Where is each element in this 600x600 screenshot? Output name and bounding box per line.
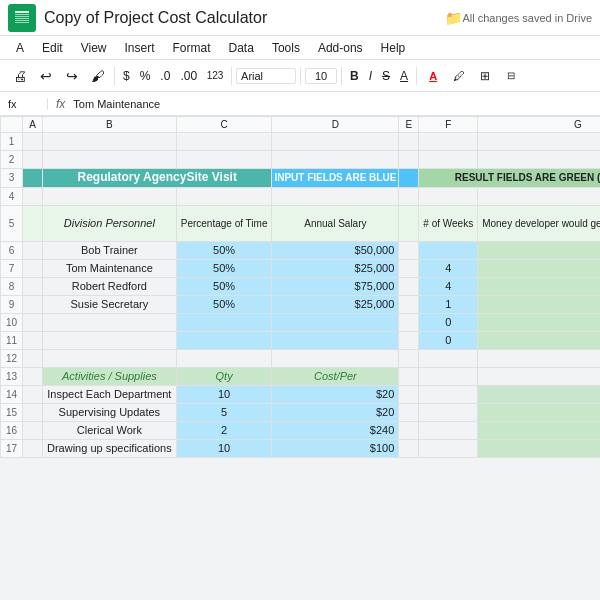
cell-g6[interactable]: $1,923 [478, 241, 600, 259]
cell-a12[interactable] [23, 349, 43, 367]
cell-f7[interactable]: 4 [419, 259, 478, 277]
menu-insert[interactable]: Insert [117, 39, 163, 57]
cell-f16[interactable] [419, 421, 478, 439]
cell-c15[interactable]: 5 [176, 403, 272, 421]
cell-e8[interactable] [399, 277, 419, 295]
undo-btn[interactable]: ↩ [34, 64, 58, 88]
cell-c13[interactable]: Qty [176, 367, 272, 385]
cell-e2[interactable] [399, 151, 419, 169]
cell-g1[interactable] [478, 133, 600, 151]
cell-a3[interactable] [23, 169, 43, 188]
cell-b9[interactable]: Susie Secretary [43, 295, 177, 313]
cell-b16[interactable]: Clerical Work [43, 421, 177, 439]
cell-f6[interactable] [419, 241, 478, 259]
cell-c2[interactable] [176, 151, 272, 169]
cell-g13[interactable] [478, 367, 600, 385]
cell-a7[interactable] [23, 259, 43, 277]
cell-a9[interactable] [23, 295, 43, 313]
cell-e12[interactable] [399, 349, 419, 367]
cell-e15[interactable] [399, 403, 419, 421]
cell-e17[interactable] [399, 439, 419, 457]
cell-f12[interactable] [419, 349, 478, 367]
col-header-a[interactable]: A [23, 117, 43, 133]
cell-g15[interactable]: $100 [478, 403, 600, 421]
cell-a14[interactable] [23, 385, 43, 403]
cell-f4[interactable] [419, 187, 478, 205]
decimal-increase-btn[interactable]: .00 [176, 68, 201, 84]
col-header-d[interactable]: D [272, 117, 399, 133]
cell-d12[interactable] [272, 349, 399, 367]
menu-view[interactable]: View [73, 39, 115, 57]
cell-a10[interactable] [23, 313, 43, 331]
cell-a11[interactable] [23, 331, 43, 349]
cell-c9[interactable]: 50% [176, 295, 272, 313]
cell-g5[interactable]: Money developer would get paid for the j… [478, 205, 600, 241]
cell-a1[interactable] [23, 133, 43, 151]
cell-a16[interactable] [23, 421, 43, 439]
cell-g10[interactable]: $0 [478, 313, 600, 331]
cell-f3[interactable]: RESULT FIELDS ARE GREEN (DO NOT EDIT THE… [419, 169, 600, 188]
cell-g4[interactable] [478, 187, 600, 205]
cell-d8[interactable]: $75,000 [272, 277, 399, 295]
cell-d15[interactable]: $20 [272, 403, 399, 421]
cell-d17[interactable]: $100 [272, 439, 399, 457]
cell-f15[interactable] [419, 403, 478, 421]
font-name-select[interactable]: Arial [236, 68, 296, 84]
italic-btn[interactable]: I [365, 68, 376, 84]
cell-e4[interactable] [399, 187, 419, 205]
cell-a5[interactable] [23, 205, 43, 241]
cell-d2[interactable] [272, 151, 399, 169]
cell-g7[interactable]: $962 [478, 259, 600, 277]
cell-d4[interactable] [272, 187, 399, 205]
cell-b14[interactable]: Inspect Each Department [43, 385, 177, 403]
cell-e3[interactable] [399, 169, 419, 188]
cell-a4[interactable] [23, 187, 43, 205]
print-btn[interactable]: 🖨 [8, 64, 32, 88]
cell-c17[interactable]: 10 [176, 439, 272, 457]
cell-e13[interactable] [399, 367, 419, 385]
cell-b11[interactable] [43, 331, 177, 349]
folder-icon[interactable]: 📁 [445, 10, 462, 26]
cell-a17[interactable] [23, 439, 43, 457]
cell-c7[interactable]: 50% [176, 259, 272, 277]
paint-format-btn[interactable]: 🖌 [86, 64, 110, 88]
menu-data[interactable]: Data [221, 39, 262, 57]
menu-format[interactable]: Format [165, 39, 219, 57]
col-header-e[interactable]: E [399, 117, 419, 133]
cell-b10[interactable] [43, 313, 177, 331]
merge-btn[interactable]: ⊟ [499, 64, 523, 88]
cell-e14[interactable] [399, 385, 419, 403]
cell-f17[interactable] [419, 439, 478, 457]
cell-b3[interactable]: Regulatory AgencySite Visit [43, 169, 272, 188]
col-header-f[interactable]: F [419, 117, 478, 133]
menu-addons[interactable]: Add-ons [310, 39, 371, 57]
bold-btn[interactable]: B [346, 68, 363, 84]
cell-d16[interactable]: $240 [272, 421, 399, 439]
cell-c4[interactable] [176, 187, 272, 205]
cell-c5[interactable]: Percentage of Time [176, 205, 272, 241]
highlight-btn[interactable]: 🖊 [447, 64, 471, 88]
strikethrough-btn[interactable]: S [378, 68, 394, 84]
col-header-b[interactable]: B [43, 117, 177, 133]
cell-f1[interactable] [419, 133, 478, 151]
cell-a6[interactable] [23, 241, 43, 259]
cell-d13[interactable]: Cost/Per [272, 367, 399, 385]
cell-d5[interactable]: Annual Salary [272, 205, 399, 241]
cell-b12[interactable] [43, 349, 177, 367]
menu-help[interactable]: Help [373, 39, 414, 57]
cell-c6[interactable]: 50% [176, 241, 272, 259]
cell-c10[interactable] [176, 313, 272, 331]
cell-b5[interactable]: Division Personnel [43, 205, 177, 241]
cell-b15[interactable]: Supervising Updates [43, 403, 177, 421]
cell-g14[interactable]: $200 [478, 385, 600, 403]
cell-b1[interactable] [43, 133, 177, 151]
decimal-decrease-btn[interactable]: .0 [156, 68, 174, 84]
cell-g2[interactable] [478, 151, 600, 169]
cell-a15[interactable] [23, 403, 43, 421]
menu-tools[interactable]: Tools [264, 39, 308, 57]
cell-a13[interactable] [23, 367, 43, 385]
cell-f2[interactable] [419, 151, 478, 169]
cell-f11[interactable]: 0 [419, 331, 478, 349]
cell-c12[interactable] [176, 349, 272, 367]
cell-e7[interactable] [399, 259, 419, 277]
